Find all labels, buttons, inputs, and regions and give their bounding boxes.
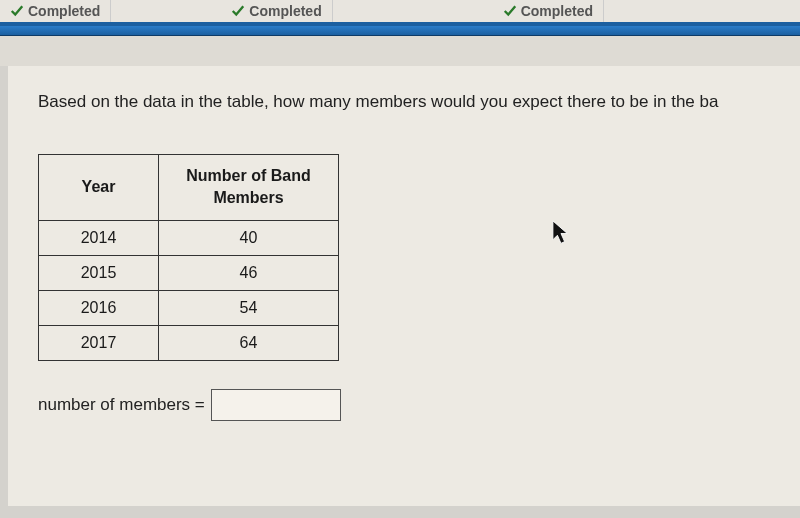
check-icon [10,4,24,18]
tab-completed-1[interactable]: Completed [0,0,111,22]
question-text: Based on the data in the table, how many… [38,92,790,112]
table-header-year: Year [39,155,159,221]
cell-members: 46 [159,255,339,290]
answer-label: number of members = [38,395,205,415]
tab-label: Completed [521,3,593,19]
answer-input[interactable] [211,389,341,421]
question-panel: Based on the data in the table, how many… [8,66,800,506]
data-table: Year Number of Band Members 2014 40 2015… [38,154,339,361]
tab-label: Completed [28,3,100,19]
content-gap [0,36,800,66]
table-row: 2017 64 [39,325,339,360]
answer-row: number of members = [38,389,790,421]
cell-members: 54 [159,290,339,325]
cell-year: 2014 [39,220,159,255]
table-header-members: Number of Band Members [159,155,339,221]
tab-completed-2[interactable]: Completed [221,0,332,22]
cell-members: 40 [159,220,339,255]
tab-label: Completed [249,3,321,19]
header-divider [0,26,800,36]
cell-year: 2015 [39,255,159,290]
tab-completed-3[interactable]: Completed [493,0,604,22]
check-icon [503,4,517,18]
table-row: 2014 40 [39,220,339,255]
cell-members: 64 [159,325,339,360]
table-row: 2016 54 [39,290,339,325]
table-row: 2015 46 [39,255,339,290]
cell-year: 2016 [39,290,159,325]
check-icon [231,4,245,18]
cell-year: 2017 [39,325,159,360]
progress-tabs: Completed Completed Completed [0,0,800,26]
